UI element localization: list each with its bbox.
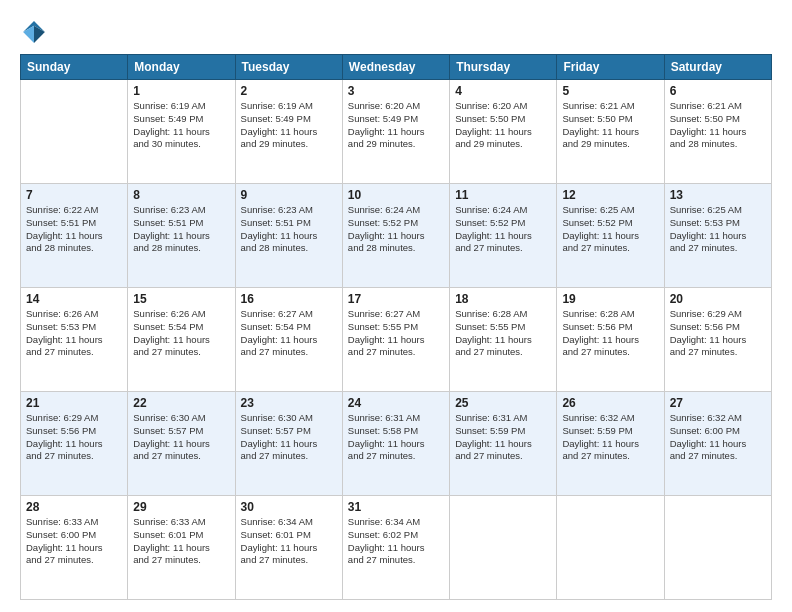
day-number: 24 — [348, 396, 444, 410]
calendar: SundayMondayTuesdayWednesdayThursdayFrid… — [20, 54, 772, 600]
day-info: Sunrise: 6:32 AM Sunset: 5:59 PM Dayligh… — [562, 412, 658, 463]
day-cell-26: 26Sunrise: 6:32 AM Sunset: 5:59 PM Dayli… — [557, 392, 664, 496]
day-number: 12 — [562, 188, 658, 202]
day-number: 17 — [348, 292, 444, 306]
day-info: Sunrise: 6:21 AM Sunset: 5:50 PM Dayligh… — [670, 100, 766, 151]
weekday-header-saturday: Saturday — [664, 55, 771, 80]
day-number: 4 — [455, 84, 551, 98]
day-number: 1 — [133, 84, 229, 98]
day-cell-23: 23Sunrise: 6:30 AM Sunset: 5:57 PM Dayli… — [235, 392, 342, 496]
day-number: 30 — [241, 500, 337, 514]
day-info: Sunrise: 6:23 AM Sunset: 5:51 PM Dayligh… — [133, 204, 229, 255]
empty-cell — [557, 496, 664, 600]
day-info: Sunrise: 6:33 AM Sunset: 6:00 PM Dayligh… — [26, 516, 122, 567]
day-number: 2 — [241, 84, 337, 98]
day-number: 15 — [133, 292, 229, 306]
day-number: 18 — [455, 292, 551, 306]
day-info: Sunrise: 6:22 AM Sunset: 5:51 PM Dayligh… — [26, 204, 122, 255]
day-info: Sunrise: 6:32 AM Sunset: 6:00 PM Dayligh… — [670, 412, 766, 463]
day-info: Sunrise: 6:27 AM Sunset: 5:54 PM Dayligh… — [241, 308, 337, 359]
day-number: 11 — [455, 188, 551, 202]
day-info: Sunrise: 6:31 AM Sunset: 5:59 PM Dayligh… — [455, 412, 551, 463]
empty-cell — [21, 80, 128, 184]
day-info: Sunrise: 6:25 AM Sunset: 5:52 PM Dayligh… — [562, 204, 658, 255]
day-info: Sunrise: 6:26 AM Sunset: 5:53 PM Dayligh… — [26, 308, 122, 359]
day-info: Sunrise: 6:24 AM Sunset: 5:52 PM Dayligh… — [455, 204, 551, 255]
day-cell-1: 1Sunrise: 6:19 AM Sunset: 5:49 PM Daylig… — [128, 80, 235, 184]
logo-icon — [20, 18, 48, 46]
day-info: Sunrise: 6:29 AM Sunset: 5:56 PM Dayligh… — [26, 412, 122, 463]
day-cell-10: 10Sunrise: 6:24 AM Sunset: 5:52 PM Dayli… — [342, 184, 449, 288]
weekday-header-thursday: Thursday — [450, 55, 557, 80]
day-cell-18: 18Sunrise: 6:28 AM Sunset: 5:55 PM Dayli… — [450, 288, 557, 392]
day-info: Sunrise: 6:26 AM Sunset: 5:54 PM Dayligh… — [133, 308, 229, 359]
day-number: 6 — [670, 84, 766, 98]
day-info: Sunrise: 6:24 AM Sunset: 5:52 PM Dayligh… — [348, 204, 444, 255]
day-cell-12: 12Sunrise: 6:25 AM Sunset: 5:52 PM Dayli… — [557, 184, 664, 288]
weekday-header-friday: Friday — [557, 55, 664, 80]
day-cell-15: 15Sunrise: 6:26 AM Sunset: 5:54 PM Dayli… — [128, 288, 235, 392]
day-info: Sunrise: 6:20 AM Sunset: 5:50 PM Dayligh… — [455, 100, 551, 151]
day-cell-24: 24Sunrise: 6:31 AM Sunset: 5:58 PM Dayli… — [342, 392, 449, 496]
day-info: Sunrise: 6:21 AM Sunset: 5:50 PM Dayligh… — [562, 100, 658, 151]
day-cell-19: 19Sunrise: 6:28 AM Sunset: 5:56 PM Dayli… — [557, 288, 664, 392]
day-number: 14 — [26, 292, 122, 306]
day-number: 8 — [133, 188, 229, 202]
logo — [20, 18, 52, 46]
weekday-header-monday: Monday — [128, 55, 235, 80]
week-row-1: 1Sunrise: 6:19 AM Sunset: 5:49 PM Daylig… — [21, 80, 772, 184]
weekday-header-sunday: Sunday — [21, 55, 128, 80]
header — [20, 18, 772, 46]
empty-cell — [664, 496, 771, 600]
day-cell-9: 9Sunrise: 6:23 AM Sunset: 5:51 PM Daylig… — [235, 184, 342, 288]
day-number: 28 — [26, 500, 122, 514]
day-info: Sunrise: 6:27 AM Sunset: 5:55 PM Dayligh… — [348, 308, 444, 359]
day-cell-31: 31Sunrise: 6:34 AM Sunset: 6:02 PM Dayli… — [342, 496, 449, 600]
weekday-header-wednesday: Wednesday — [342, 55, 449, 80]
day-number: 5 — [562, 84, 658, 98]
day-info: Sunrise: 6:30 AM Sunset: 5:57 PM Dayligh… — [133, 412, 229, 463]
day-number: 13 — [670, 188, 766, 202]
week-row-4: 21Sunrise: 6:29 AM Sunset: 5:56 PM Dayli… — [21, 392, 772, 496]
week-row-3: 14Sunrise: 6:26 AM Sunset: 5:53 PM Dayli… — [21, 288, 772, 392]
day-cell-11: 11Sunrise: 6:24 AM Sunset: 5:52 PM Dayli… — [450, 184, 557, 288]
day-cell-22: 22Sunrise: 6:30 AM Sunset: 5:57 PM Dayli… — [128, 392, 235, 496]
day-cell-17: 17Sunrise: 6:27 AM Sunset: 5:55 PM Dayli… — [342, 288, 449, 392]
day-cell-4: 4Sunrise: 6:20 AM Sunset: 5:50 PM Daylig… — [450, 80, 557, 184]
day-info: Sunrise: 6:30 AM Sunset: 5:57 PM Dayligh… — [241, 412, 337, 463]
day-info: Sunrise: 6:20 AM Sunset: 5:49 PM Dayligh… — [348, 100, 444, 151]
week-row-5: 28Sunrise: 6:33 AM Sunset: 6:00 PM Dayli… — [21, 496, 772, 600]
day-cell-14: 14Sunrise: 6:26 AM Sunset: 5:53 PM Dayli… — [21, 288, 128, 392]
day-cell-20: 20Sunrise: 6:29 AM Sunset: 5:56 PM Dayli… — [664, 288, 771, 392]
day-info: Sunrise: 6:34 AM Sunset: 6:01 PM Dayligh… — [241, 516, 337, 567]
day-cell-3: 3Sunrise: 6:20 AM Sunset: 5:49 PM Daylig… — [342, 80, 449, 184]
day-number: 19 — [562, 292, 658, 306]
day-number: 3 — [348, 84, 444, 98]
day-cell-30: 30Sunrise: 6:34 AM Sunset: 6:01 PM Dayli… — [235, 496, 342, 600]
day-number: 25 — [455, 396, 551, 410]
day-cell-28: 28Sunrise: 6:33 AM Sunset: 6:00 PM Dayli… — [21, 496, 128, 600]
day-info: Sunrise: 6:25 AM Sunset: 5:53 PM Dayligh… — [670, 204, 766, 255]
day-number: 20 — [670, 292, 766, 306]
day-info: Sunrise: 6:29 AM Sunset: 5:56 PM Dayligh… — [670, 308, 766, 359]
day-info: Sunrise: 6:23 AM Sunset: 5:51 PM Dayligh… — [241, 204, 337, 255]
day-cell-2: 2Sunrise: 6:19 AM Sunset: 5:49 PM Daylig… — [235, 80, 342, 184]
day-cell-27: 27Sunrise: 6:32 AM Sunset: 6:00 PM Dayli… — [664, 392, 771, 496]
day-info: Sunrise: 6:31 AM Sunset: 5:58 PM Dayligh… — [348, 412, 444, 463]
page: SundayMondayTuesdayWednesdayThursdayFrid… — [0, 0, 792, 612]
day-number: 22 — [133, 396, 229, 410]
day-number: 27 — [670, 396, 766, 410]
day-number: 10 — [348, 188, 444, 202]
day-info: Sunrise: 6:28 AM Sunset: 5:56 PM Dayligh… — [562, 308, 658, 359]
day-cell-29: 29Sunrise: 6:33 AM Sunset: 6:01 PM Dayli… — [128, 496, 235, 600]
week-row-2: 7Sunrise: 6:22 AM Sunset: 5:51 PM Daylig… — [21, 184, 772, 288]
day-info: Sunrise: 6:28 AM Sunset: 5:55 PM Dayligh… — [455, 308, 551, 359]
day-info: Sunrise: 6:19 AM Sunset: 5:49 PM Dayligh… — [133, 100, 229, 151]
day-cell-6: 6Sunrise: 6:21 AM Sunset: 5:50 PM Daylig… — [664, 80, 771, 184]
day-info: Sunrise: 6:34 AM Sunset: 6:02 PM Dayligh… — [348, 516, 444, 567]
weekday-header-row: SundayMondayTuesdayWednesdayThursdayFrid… — [21, 55, 772, 80]
day-number: 7 — [26, 188, 122, 202]
day-number: 21 — [26, 396, 122, 410]
weekday-header-tuesday: Tuesday — [235, 55, 342, 80]
day-number: 9 — [241, 188, 337, 202]
